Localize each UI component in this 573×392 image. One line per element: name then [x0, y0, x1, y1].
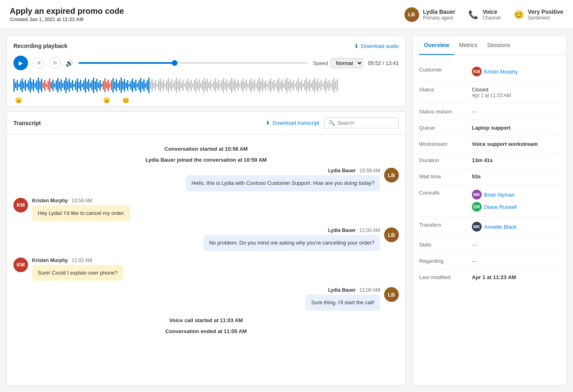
info-row-workstream: Workstream Voice support workstream — [419, 136, 560, 152]
search-box[interactable]: 🔍 — [324, 117, 399, 128]
agent-role: Primary agent — [423, 15, 456, 21]
negative-sentiment-1: 😠 — [15, 97, 22, 104]
duration-value: 13m 41s — [472, 157, 560, 163]
message-row: LB Lydia Bauer 11:00 AM Sure thing. I'll… — [13, 287, 399, 311]
agent-name: Lydia Bauer — [423, 9, 456, 15]
msg-bubble: No problem. Do you mind me asking why yo… — [203, 235, 380, 251]
search-input[interactable] — [337, 120, 394, 126]
transfers-value: MK Annette Black — [472, 222, 560, 232]
agent-img: LB — [384, 168, 399, 182]
info-row-wait-time: Wait time 53s — [419, 169, 560, 185]
queue-value: Laptop support — [472, 125, 560, 131]
system-msg-join: Lydia Bauer joined the conversation at 1… — [13, 157, 399, 163]
transcript-actions: ⬇ Download transcript 🔍 — [266, 117, 399, 128]
sentiment-icon: 😊 — [514, 10, 524, 19]
workstream-value: Voice support workstream — [472, 141, 560, 147]
consults-list: MK Brian Nyman DR Diane Russell — [472, 190, 560, 212]
msg-bubble: Sure! Could I explain over phone? — [32, 265, 123, 281]
sentiment-info: Very Positive Sentiment — [528, 9, 563, 21]
page-title: Apply an expired promo code — [10, 6, 124, 16]
msg-sender: Lydia Bauer — [328, 227, 356, 233]
agent-avatar-msg: LB — [384, 227, 399, 242]
msg-meta: Kristen Murphy 11:02 AM — [32, 258, 123, 263]
status-reason-value: --- — [472, 108, 560, 115]
search-icon: 🔍 — [329, 120, 335, 126]
seek-thumb — [172, 60, 177, 66]
recording-card: Recording playback ⬇ Download audio ▶ ↺ … — [6, 36, 406, 106]
seek-container — [78, 62, 308, 64]
sentiment-meta: 😊 Very Positive Sentiment — [514, 9, 563, 21]
duration-label: Duration — [419, 157, 472, 163]
phone-icon: 📞 — [468, 10, 478, 19]
speed-control: Speed 0.5x 0.75x Normal 1.25x 1.5x 2x — [313, 58, 363, 68]
status-label: Status — [419, 87, 472, 98]
download-audio-button[interactable]: ⬇ Download audio — [354, 43, 399, 49]
transcript-card: Transcript ⬇ Download transcript 🔍 — [6, 111, 406, 386]
customer-value: KM Kristin Murphy — [472, 67, 560, 76]
system-msg-start: Conversation started at 10:58 AM — [13, 146, 399, 152]
consult-diane[interactable]: DR Diane Russell — [472, 202, 560, 212]
positive-sentiment: 😊 — [122, 97, 129, 104]
seek-fill — [78, 62, 175, 64]
regarding-label: Regarding — [419, 258, 472, 264]
customer-avatar-msg: KM — [13, 198, 28, 212]
tab-metrics[interactable]: Metrics — [454, 36, 482, 55]
join-text: joined the conversation at 10:59 AM — [177, 157, 267, 163]
join-name: Lydia Bauer — [145, 157, 175, 163]
msg-bubble: Sure thing. I'll start the call! — [305, 295, 380, 311]
speed-select[interactable]: 0.5x 0.75x Normal 1.25x 1.5x 2x — [331, 58, 363, 68]
download-transcript-button[interactable]: ⬇ Download transcript — [266, 120, 319, 126]
customer-link[interactable]: KM Kristin Murphy — [472, 67, 560, 76]
info-row-status: Status Closed Apr 1 at 11:23 AM — [419, 82, 560, 104]
info-row-duration: Duration 13m 41s — [419, 152, 560, 169]
status-value: Closed Apr 1 at 11:23 AM — [472, 87, 560, 98]
channel-info: Voice Channel — [482, 9, 501, 21]
msg-meta: Kristen Murphy 10:59 AM — [32, 198, 130, 204]
agent-avatar: LB — [404, 7, 419, 22]
download-transcript-label: Download transcript — [272, 120, 319, 126]
msg-meta: Lydia Bauer 10:59 AM — [186, 168, 380, 173]
sentiment-label: Sentiment — [528, 15, 563, 21]
msg-content: Lydia Bauer 10:59 AM Hello, this is Lydi… — [186, 168, 380, 191]
consult-brian[interactable]: MK Brian Nyman — [472, 190, 560, 199]
created-label: Created — [10, 17, 28, 22]
msg-content: Lydia Bauer 11:00 AM No problem. Do you … — [203, 227, 380, 251]
msg-meta: Lydia Bauer 11:00 AM — [203, 227, 380, 233]
info-row-regarding: Regarding --- — [419, 253, 560, 269]
message-row: LB Lydia Bauer 11:00 AM No problem. Do y… — [13, 227, 399, 251]
agent-avatar-msg: LB — [384, 168, 399, 182]
system-msg-start-text: Conversation started at 10:58 AM — [164, 146, 248, 152]
left-panel: Recording playback ⬇ Download audio ▶ ↺ … — [6, 36, 406, 386]
channel-label: Channel — [482, 15, 501, 21]
msg-bubble: Hey Lydia! I'd like to cancel my order. — [32, 205, 130, 221]
status-reason-label: Status reason — [419, 108, 472, 115]
last-modified-label: Last modified — [419, 274, 472, 280]
negative-sentiment-2: 😠 — [103, 97, 110, 104]
tabs-header: Overview Metrics Sessions — [413, 36, 566, 55]
wait-time-value: 53s — [472, 173, 560, 180]
agent-info: Lydia Bauer Primary agent — [423, 9, 456, 21]
consults-label: Consults — [419, 190, 472, 212]
tab-sessions[interactable]: Sessions — [482, 36, 515, 55]
status-text: Closed — [472, 87, 488, 93]
system-msg-end: Conversation ended at 11:05 AM — [13, 328, 399, 334]
main-content: Recording playback ⬇ Download audio ▶ ↺ … — [0, 29, 573, 392]
play-button[interactable]: ▶ — [13, 56, 28, 70]
volume-icon: 🔊 — [65, 59, 74, 67]
wait-time-label: Wait time — [419, 173, 472, 180]
msg-sender: Lydia Bauer — [328, 287, 356, 293]
msg-time: 11:02 AM — [71, 258, 92, 263]
fast-forward-icon: ↻ — [53, 61, 57, 66]
sentiment-name: Very Positive — [528, 9, 563, 15]
msg-time: 10:59 AM — [71, 198, 92, 204]
customer-name: Kristin Murphy — [484, 69, 518, 75]
audio-controls: ▶ ↺ ↻ 🔊 — [13, 56, 399, 70]
system-msg-call: Voice call started at 11:03 AM — [13, 317, 399, 323]
tab-overview[interactable]: Overview — [419, 36, 454, 55]
fast-forward-button[interactable]: ↻ — [49, 57, 61, 69]
consult-diane-badge: DR — [472, 202, 482, 212]
transfer-annette[interactable]: MK Annette Black — [472, 222, 560, 232]
rewind-button[interactable]: ↺ — [33, 57, 44, 69]
skills-label: Skills — [419, 242, 472, 248]
time-display: 05:52 / 13:41 — [368, 60, 399, 66]
